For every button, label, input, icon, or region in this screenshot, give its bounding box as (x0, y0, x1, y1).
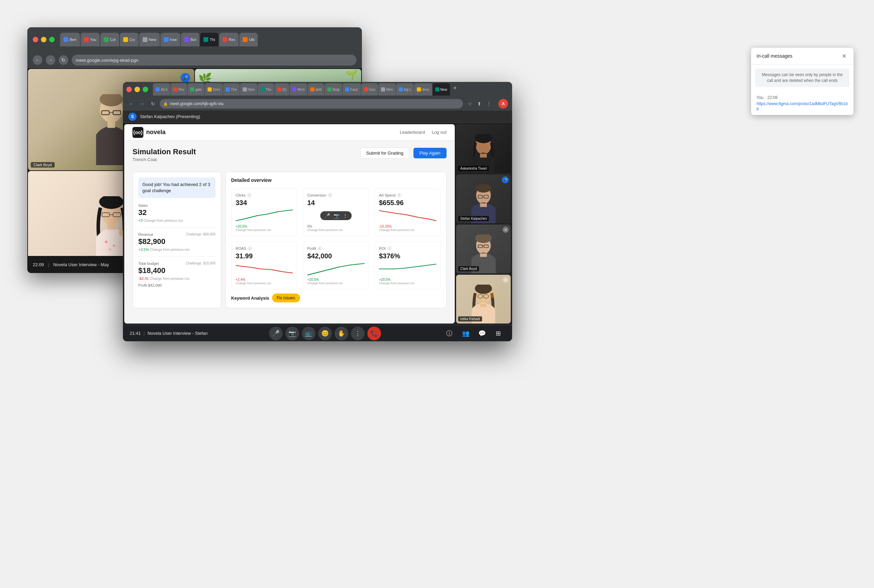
incall-time: 22:06 (767, 95, 778, 100)
roas-value: 31.99 (236, 252, 293, 260)
more-control-button[interactable]: ⋮ (351, 327, 365, 340)
tab-ulti[interactable]: Ulti (239, 33, 258, 46)
clicks-info-icon[interactable]: i (247, 193, 252, 198)
people-button[interactable]: 👥 (459, 327, 473, 340)
tab-new-active[interactable]: New (432, 83, 450, 96)
tab-detli[interactable]: detli (308, 83, 324, 96)
star-icon[interactable]: ☆ (466, 100, 474, 108)
tab-all-b[interactable]: All b (153, 83, 170, 96)
tab-5[interactable]: (5) (275, 83, 289, 96)
tab-gale[interactable]: gale (188, 83, 204, 96)
page-title: Simulation Result (132, 147, 196, 156)
close-btn-back[interactable] (33, 37, 38, 42)
adspend-info-icon[interactable]: i (397, 193, 401, 198)
info-button[interactable]: ⓘ (443, 327, 456, 340)
more-icon[interactable]: ⋮ (485, 100, 493, 108)
incall-message-link[interactable]: https://www.figma.com/proto/1adMkdFUTagV… (757, 101, 848, 111)
share-icon[interactable]: ⬆ (475, 100, 484, 108)
activities-button[interactable]: ⊞ (492, 327, 505, 340)
hand-control-button[interactable]: ✋ (335, 327, 348, 340)
meet-timer-back: 22:09 (33, 262, 44, 267)
more-options-icon[interactable]: ⋮ (343, 213, 348, 218)
tabs-bar-back: Beri You Col Cry New how (60, 33, 356, 46)
conversion-info-icon[interactable]: i (328, 193, 332, 198)
tab-the1[interactable]: The (223, 83, 239, 96)
sales-change: +3 Change from previous run (138, 218, 215, 222)
incall-notice-text: Messages can be seen only by people in t… (755, 69, 849, 87)
emoji-control-button[interactable]: 😊 (318, 327, 332, 340)
fix-issues-button[interactable]: Fix Issues (272, 294, 300, 302)
adspend-value: $655.96 (379, 199, 436, 207)
back-button-back[interactable]: ← (33, 55, 42, 65)
minimize-btn-front[interactable] (135, 87, 140, 92)
submit-for-grading-button[interactable]: Submit for Grading (360, 147, 409, 159)
logout-link[interactable]: Log out (432, 130, 446, 135)
present-control-button[interactable]: 📺 (302, 327, 315, 340)
mic-control-button[interactable]: 🎤 (269, 327, 283, 340)
shared-screen-area: {oo} novela Leaderboard Log out Simulati… (124, 124, 455, 324)
close-btn-front[interactable] (126, 87, 132, 92)
tab-recc[interactable]: Rec (170, 83, 187, 96)
tab-favicon (203, 37, 208, 42)
clark-front-name-tag: Clark Boyd (458, 266, 479, 271)
leaderboard-link[interactable]: Leaderboard (400, 130, 425, 135)
tab-fauz[interactable]: Fauz (342, 83, 360, 96)
revenue-metric: Revenue Challenge: $80,000 $82,900 +3.5%… (138, 232, 215, 256)
revenue-value: $82,900 (138, 237, 215, 246)
revenue-label: Revenue Challenge: $80,000 (138, 232, 215, 237)
minimize-btn-back[interactable] (41, 37, 47, 42)
istika-tile-more[interactable]: ✕ (503, 277, 509, 283)
tab-new2[interactable]: New (240, 83, 257, 96)
tab-goo[interactable]: Goo (361, 83, 378, 96)
sim-result-header: Simulation Result Trench Coat (132, 147, 196, 168)
tab-fav (173, 87, 177, 92)
mic-active-indicator-clark: 🎤 (180, 73, 190, 82)
tab-men[interactable]: Men (378, 83, 395, 96)
end-call-button[interactable]: 📞 (367, 327, 381, 340)
tab-begi[interactable]: Begi (325, 83, 342, 96)
tab-the2[interactable]: The (258, 83, 274, 96)
roi-info-icon[interactable]: i (387, 246, 392, 251)
maximize-btn-back[interactable] (49, 37, 55, 42)
tab-favicon (143, 37, 147, 42)
refresh-button-front[interactable]: ↻ (149, 100, 157, 108)
tab-dres[interactable]: Dres (205, 83, 222, 96)
incall-close-button[interactable]: ✕ (840, 52, 848, 60)
tab-wort[interactable]: Wort (290, 83, 307, 96)
tab-bot[interactable]: Bot (181, 33, 200, 46)
refresh-button-back[interactable]: ↻ (59, 55, 68, 65)
chat-button[interactable]: 💬 (475, 327, 489, 340)
maximize-btn-front[interactable] (143, 87, 148, 92)
tab-big[interactable]: big c (396, 83, 414, 96)
meet-meeting-name-front: Novela User Interview - Stefan (147, 331, 207, 336)
left-metrics-panel: Good job! You had achieved 2 of 3 goal c… (132, 172, 221, 308)
roas-info-icon[interactable]: i (248, 246, 252, 251)
tab-cry[interactable]: Cry (120, 33, 139, 46)
forward-button-back[interactable]: → (46, 55, 55, 65)
tab-rec[interactable]: Rec (219, 33, 239, 46)
camera-control-button[interactable]: 📷 (285, 327, 299, 340)
tab-direc[interactable]: direc (414, 83, 432, 96)
tab-new1[interactable]: New (139, 33, 160, 46)
tab-you[interactable]: You (81, 33, 100, 46)
address-bar-front[interactable]: 🔒 meet.google.com/hjb-qyfc-viu (160, 99, 463, 108)
profit-info-icon[interactable]: i (317, 246, 322, 251)
address-bar-back[interactable]: meet.google.com/epg-ekad-pgn (72, 55, 356, 66)
forward-button-front[interactable]: → (138, 100, 146, 108)
user-avatar[interactable]: A (499, 99, 508, 108)
tab-fav (310, 87, 314, 92)
play-again-button[interactable]: Play Again (413, 148, 446, 158)
back-button-front[interactable]: ← (127, 100, 135, 108)
video-off-icon[interactable]: 📷 (333, 213, 339, 218)
tab-how[interactable]: how (161, 33, 180, 46)
svg-rect-33 (480, 253, 487, 256)
mic-off-icon[interactable]: 🎤 (324, 213, 330, 218)
novela-logo: {oo} novela (132, 127, 165, 138)
new-tab-button-front[interactable]: + (450, 83, 460, 93)
tab-col[interactable]: Col (101, 33, 119, 46)
tab-beri[interactable]: Beri (60, 33, 80, 46)
participant-tile-aakanksha: Aakanksha Tiwari (456, 124, 511, 173)
clicks-label: Clicks i (236, 193, 293, 198)
tab-thi[interactable]: Thi (200, 33, 218, 46)
clark-tile-more[interactable]: ✕ (503, 226, 509, 233)
